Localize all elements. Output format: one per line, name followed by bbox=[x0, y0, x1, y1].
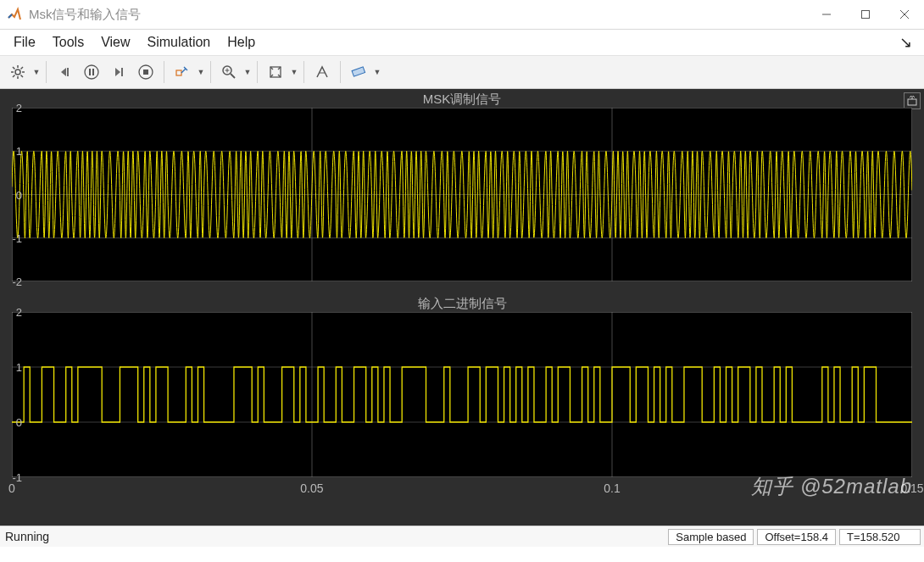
svg-rect-17 bbox=[92, 69, 94, 75]
plot1-ytick: 1 bbox=[12, 145, 22, 158]
svg-point-15 bbox=[85, 65, 98, 79]
svg-line-24 bbox=[231, 74, 235, 78]
maximize-button[interactable] bbox=[846, 0, 885, 29]
menu-tools[interactable]: Tools bbox=[44, 32, 92, 53]
matlab-icon bbox=[7, 7, 22, 22]
plot1-svg bbox=[12, 108, 912, 281]
plot2-title: 输入二进制信号 bbox=[0, 295, 924, 312]
menu-file[interactable]: File bbox=[5, 32, 44, 53]
svg-marker-13 bbox=[61, 68, 66, 76]
plot2-ytick: 2 bbox=[12, 306, 22, 319]
titlebar: Msk信号和输入信号 bbox=[0, 0, 924, 30]
close-button[interactable] bbox=[885, 0, 924, 29]
menu-help[interactable]: Help bbox=[219, 32, 264, 53]
autoscale-button[interactable] bbox=[263, 59, 288, 85]
svg-rect-21 bbox=[143, 70, 148, 75]
step-forward-button[interactable] bbox=[106, 59, 131, 85]
highlight-button[interactable] bbox=[170, 59, 195, 85]
plot2-xtick: 0.15 bbox=[900, 481, 923, 495]
settings-dropdown-icon[interactable]: ▼ bbox=[32, 68, 41, 76]
menubar: File Tools View Simulation Help ↘ bbox=[0, 30, 924, 55]
plot1-title: MSK调制信号 bbox=[0, 89, 924, 108]
plot2-area[interactable]: 2 1 0 -1 0 0.05 0.1 0.15 bbox=[12, 312, 912, 477]
svg-rect-19 bbox=[121, 68, 123, 76]
svg-point-4 bbox=[15, 70, 20, 75]
svg-rect-22 bbox=[176, 70, 181, 75]
status-time: T=158.520 bbox=[839, 529, 921, 545]
minimize-button[interactable] bbox=[807, 0, 846, 29]
svg-line-9 bbox=[13, 67, 15, 70]
plot1-ytick: -2 bbox=[12, 275, 22, 288]
svg-marker-18 bbox=[115, 68, 120, 76]
svg-rect-14 bbox=[67, 68, 69, 76]
plot2-xtick: 0 bbox=[8, 481, 15, 495]
scope-panel: MSK调制信号 2 1 0 -1 -2 输入二进制信号 2 1 0 -1 0 0… bbox=[0, 89, 924, 526]
svg-rect-16 bbox=[89, 69, 91, 75]
plot2-ytick: 1 bbox=[12, 360, 22, 373]
plot1-ytick: -1 bbox=[12, 231, 22, 244]
plot1-ytick: 0 bbox=[12, 188, 22, 201]
settings-button[interactable] bbox=[5, 59, 31, 85]
plot2-svg bbox=[12, 312, 912, 477]
svg-rect-37 bbox=[12, 312, 912, 477]
plot2-ytick: 0 bbox=[12, 416, 22, 429]
menu-simulation[interactable]: Simulation bbox=[139, 32, 220, 53]
ruler-button[interactable] bbox=[346, 59, 371, 85]
svg-line-10 bbox=[21, 75, 24, 78]
svg-rect-29 bbox=[352, 67, 365, 76]
dock-icon[interactable] bbox=[904, 92, 921, 109]
measure-button[interactable] bbox=[309, 59, 335, 85]
highlight-dropdown-icon[interactable]: ▼ bbox=[197, 68, 205, 76]
zoom-button[interactable] bbox=[216, 59, 242, 85]
statusbar: Running Sample based Offset=158.4 T=158.… bbox=[0, 526, 924, 547]
autoscale-dropdown-icon[interactable]: ▼ bbox=[290, 68, 298, 76]
menu-view[interactable]: View bbox=[92, 32, 138, 53]
menu-overflow-icon[interactable]: ↘ bbox=[899, 33, 919, 52]
status-state: Running bbox=[0, 530, 54, 543]
zoom-dropdown-icon[interactable]: ▼ bbox=[243, 68, 252, 76]
ruler-dropdown-icon[interactable]: ▼ bbox=[373, 68, 381, 76]
plot1-ytick: 2 bbox=[12, 102, 22, 114]
svg-line-12 bbox=[13, 75, 15, 78]
status-sample-mode: Sample based bbox=[668, 529, 754, 545]
window-title: Msk信号和输入信号 bbox=[29, 7, 142, 23]
plot2-xtick: 0.05 bbox=[300, 481, 323, 495]
pause-button[interactable] bbox=[79, 59, 104, 85]
svg-rect-1 bbox=[862, 11, 870, 19]
toolbar: ▼ ▼ ▼ ▼ ▼ bbox=[0, 55, 924, 89]
svg-rect-30 bbox=[908, 99, 916, 105]
step-back-button[interactable] bbox=[52, 59, 77, 85]
stop-button[interactable] bbox=[133, 59, 159, 85]
plot2-xtick: 0.1 bbox=[604, 481, 620, 495]
svg-line-11 bbox=[21, 67, 24, 70]
plot1-area[interactable]: 2 1 0 -1 -2 bbox=[12, 108, 912, 281]
status-offset: Offset=158.4 bbox=[757, 529, 836, 545]
